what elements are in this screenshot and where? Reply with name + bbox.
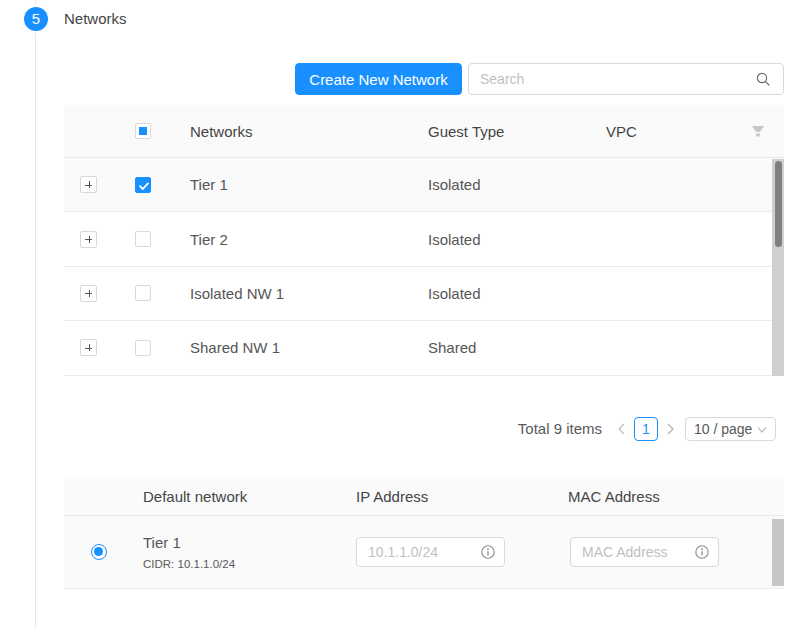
- table-row[interactable]: Isolated NW 1 Isolated: [64, 267, 784, 321]
- table-row[interactable]: Shared NW 1 Shared: [64, 321, 784, 375]
- info-icon: [481, 545, 495, 559]
- pagination-total: Total 9 items: [518, 417, 602, 441]
- search-icon[interactable]: [756, 72, 770, 86]
- default-network-table-header: Default network IP Address MAC Address: [64, 477, 784, 516]
- expand-row-button[interactable]: [80, 285, 97, 302]
- select-all-cell: [118, 123, 172, 139]
- page-size-label: 10 / page: [694, 421, 752, 437]
- network-name: Tier 2: [172, 231, 412, 248]
- default-network-name: Tier 1: [143, 534, 235, 552]
- guest-type: Isolated: [412, 285, 590, 302]
- mac-address-field: [570, 537, 719, 567]
- expand-row-button[interactable]: [80, 176, 97, 193]
- filter-icon[interactable]: [752, 126, 764, 137]
- networks-table-header: Networks Guest Type VPC: [64, 105, 784, 158]
- toolbar: Create New Network: [64, 63, 784, 95]
- default-network-row[interactable]: Tier 1 CIDR: 10.1.1.0/24: [64, 516, 784, 589]
- default-network-table: Default network IP Address MAC Address T…: [64, 477, 784, 589]
- column-header-mac-address: MAC Address: [552, 488, 772, 505]
- guest-type: Shared: [412, 339, 590, 356]
- expand-row-button[interactable]: [80, 231, 97, 248]
- guest-type: Isolated: [412, 231, 590, 248]
- search-box: [468, 63, 784, 95]
- create-new-network-label: Create New Network: [309, 71, 447, 88]
- guest-type: Isolated: [412, 176, 590, 193]
- filter-header-cell: [734, 126, 773, 137]
- chevron-down-icon: [757, 425, 767, 435]
- column-header-ip-address: IP Address: [340, 488, 552, 505]
- networks-step-page: 5 Networks Create New Network Networks G…: [0, 0, 805, 628]
- default-network-cidr: CIDR: 10.1.1.0/24: [143, 557, 235, 571]
- search-input[interactable]: [468, 63, 784, 95]
- row-checkbox[interactable]: [135, 285, 151, 301]
- pagination-prev-button[interactable]: [610, 417, 634, 441]
- step-tail-top: [35, 0, 36, 5]
- table-scrollbar-thumb[interactable]: [775, 161, 782, 247]
- column-header-networks: Networks: [172, 123, 412, 140]
- row-checkbox-checked[interactable]: [135, 177, 151, 193]
- column-header-default-network: Default network: [127, 488, 340, 505]
- expand-row-button[interactable]: [80, 339, 97, 356]
- default-table-scrollbar[interactable]: [772, 519, 784, 586]
- pagination-page-1[interactable]: 1: [634, 417, 658, 441]
- info-icon: [695, 545, 709, 559]
- network-name: Isolated NW 1: [172, 285, 412, 302]
- create-new-network-button[interactable]: Create New Network: [295, 63, 462, 95]
- table-row[interactable]: Tier 1 Isolated: [64, 158, 784, 212]
- network-name: Shared NW 1: [172, 339, 412, 356]
- table-row[interactable]: Tier 2 Isolated: [64, 212, 784, 266]
- ip-address-field: [356, 537, 505, 567]
- step-number-badge: 5: [24, 7, 48, 31]
- pagination-next-button[interactable]: [658, 417, 682, 441]
- step-number: 5: [32, 10, 40, 27]
- step-tail: [35, 33, 36, 628]
- select-all-checkbox[interactable]: [135, 123, 151, 139]
- networks-table: Networks Guest Type VPC Tier 1 Isolated: [64, 105, 784, 376]
- pagination: Total 9 items 1 10 / page: [64, 417, 784, 441]
- network-name: Tier 1: [172, 176, 412, 193]
- step-title: Networks: [64, 7, 127, 31]
- row-checkbox[interactable]: [135, 231, 151, 247]
- row-checkbox[interactable]: [135, 340, 151, 356]
- default-network-radio[interactable]: [91, 544, 107, 560]
- column-header-guest-type: Guest Type: [412, 123, 590, 140]
- column-header-vpc: VPC: [590, 123, 734, 140]
- page-size-select[interactable]: 10 / page: [685, 417, 776, 441]
